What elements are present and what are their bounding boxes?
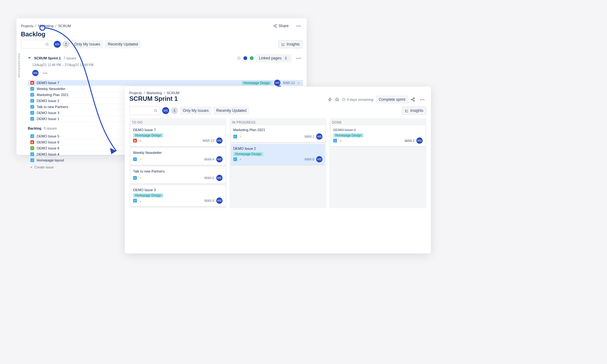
issue-title: DEMO Issue 8	[37, 146, 59, 150]
person-icon	[173, 109, 176, 112]
task-icon: ✓	[30, 158, 34, 162]
sprint-assignee[interactable]: MS	[32, 70, 39, 76]
card-title: Weekly Newsletter	[133, 151, 223, 155]
task-icon: ✓	[30, 99, 34, 103]
task-icon: ✓	[30, 87, 34, 91]
recently-updated-filter[interactable]: Recently Updated	[213, 106, 249, 115]
person-icon	[64, 42, 68, 46]
issue-title: DEMO Issue 4	[37, 152, 59, 156]
card-title: Talk to new Partners	[133, 169, 223, 173]
board-more-button[interactable]	[418, 95, 426, 104]
task-icon: ✓	[30, 134, 34, 138]
insights-button[interactable]: Insights	[402, 106, 426, 115]
avatar: MS	[316, 133, 322, 140]
crumb-scrum[interactable]: SCRUM	[58, 24, 71, 28]
epic-badge[interactable]: Homepage Design	[133, 133, 163, 137]
recently-updated-filter[interactable]: Recently Updated	[105, 40, 141, 48]
task-icon: ✓	[133, 157, 137, 161]
issue-card[interactable]: DEMO Issue 3Homepage Design✓⌄MAR-9MS	[131, 185, 225, 206]
issue-card[interactable]: Weekly Newsletter✓=MAR-4MS	[131, 148, 225, 165]
crumb-projects[interactable]: Projects	[21, 24, 34, 28]
chevron-down-icon[interactable]	[28, 57, 31, 60]
remaining-indicator: 9 days remaining	[342, 98, 373, 101]
issue-title: DEMO Issue 5	[37, 134, 59, 138]
search-input[interactable]	[129, 106, 160, 115]
avatar-unassigned[interactable]	[63, 41, 70, 48]
board-column: DONEDEMO Issue 1Homepage Design✓≈MAR-7MS	[329, 118, 426, 208]
svg-point-3	[46, 43, 48, 45]
task-icon: ✓	[30, 105, 34, 109]
task-icon: ✓	[233, 157, 237, 161]
avatar-ms[interactable]: MS	[54, 41, 61, 48]
avatar-unassigned[interactable]	[171, 107, 178, 114]
issue-title: DEMO Issue 2	[37, 99, 59, 103]
avatar-ms[interactable]: MS	[162, 107, 169, 114]
search-input[interactable]	[21, 40, 52, 49]
board-column: TO DODEMO Issue 7Homepage Design■≈MAR-13…	[129, 118, 226, 208]
crumb-projects[interactable]: Projects	[129, 91, 142, 95]
priority-icon: =	[239, 135, 242, 138]
priority-icon: ≈	[139, 139, 142, 143]
more-button[interactable]	[294, 21, 303, 30]
issue-card[interactable]: DEMO Issue 2Homepage Design✓≈MAR-8MS	[231, 144, 325, 165]
sprint-more-button[interactable]	[294, 54, 303, 63]
issue-card[interactable]: Marketing Plan 2021✓=MAR-1MS	[231, 125, 325, 142]
column-header: DONE	[329, 118, 426, 125]
epic-badge[interactable]: Homepage Design	[333, 133, 363, 137]
svg-point-8	[414, 100, 415, 101]
task-icon: ✓	[30, 152, 34, 156]
svg-point-2	[275, 27, 276, 27]
star-icon[interactable]	[335, 97, 339, 102]
issue-card[interactable]: Talk to new Partners✓=MAR-5MS	[131, 167, 225, 184]
sprint-assignee-more[interactable]	[40, 69, 49, 77]
avatar: MS	[274, 80, 280, 86]
card-title: Marketing Plan 2021	[233, 128, 323, 132]
issue-title: Homepage layout	[37, 158, 64, 162]
issue-key: MAR-9	[205, 199, 214, 203]
issue-card[interactable]: DEMO Issue 1Homepage Design✓≈MAR-7MS	[331, 125, 425, 146]
card-title: DEMO Issue 1	[333, 128, 423, 132]
card-title: DEMO Issue 7	[133, 128, 223, 132]
share-label: Share	[279, 24, 289, 28]
sprint-dates: 13/Aug/21 12:48 PM – 27/Aug/21 12:48 PM	[28, 63, 303, 67]
crumb-scrum[interactable]: SCRUM	[167, 91, 179, 95]
complete-sprint-button[interactable]: Complete sprint	[376, 95, 408, 104]
svg-point-6	[414, 98, 415, 99]
issue-card[interactable]: DEMO Issue 7Homepage Design■≈MAR-13MS	[131, 125, 225, 146]
only-my-issues-filter[interactable]: Only My Issues	[180, 106, 212, 115]
epics-tab[interactable]: EPICS	[18, 68, 21, 77]
crumb-marketing[interactable]: Marketing	[38, 24, 53, 28]
column-header: TO DO	[129, 118, 226, 125]
task-icon: ✓	[133, 176, 137, 180]
bug-icon: ■	[30, 140, 34, 144]
issue-row[interactable]: ■DEMO Issue 7Homepage DesignMSMAR-13≈	[28, 80, 303, 86]
avatar: MS	[216, 175, 223, 181]
only-my-issues-filter[interactable]: Only My Issues	[71, 40, 103, 48]
share-icon[interactable]	[411, 97, 415, 102]
avatar: MS	[216, 156, 223, 162]
priority-icon: =	[139, 176, 142, 180]
sprint-name: SCRUM Sprint 1	[34, 56, 61, 60]
epic-badge[interactable]: Homepage Design	[233, 152, 263, 156]
task-icon: ✓	[30, 111, 34, 115]
issue-key: MAR-13	[283, 81, 295, 85]
crumb-marketing[interactable]: Marketing	[147, 91, 162, 95]
insights-button[interactable]: Insights	[278, 40, 303, 48]
issue-title: Talk to new Partners	[37, 105, 68, 109]
epic-badge[interactable]: Homepage Design	[133, 193, 163, 197]
issue-title: Marketing Plan 2021	[37, 93, 69, 97]
versions-tab[interactable]: VERSIONS	[18, 53, 21, 69]
search-icon	[154, 109, 157, 112]
board-panel: Projects/ Marketing/ SCRUM SCRUM Sprint …	[125, 87, 431, 253]
card-title: DEMO Issue 3	[133, 188, 223, 192]
clock-icon	[342, 98, 346, 101]
board-column: IN PROGRESSMarketing Plan 2021✓=MAR-1MSD…	[230, 118, 327, 208]
card-title: DEMO Issue 2	[233, 147, 323, 150]
task-icon: ✓	[333, 139, 337, 143]
backlog-section-count: 5 issues	[44, 126, 57, 130]
linked-pages-button[interactable]: Linked pages 0	[256, 54, 291, 62]
epic-badge[interactable]: Homepage Design	[242, 81, 272, 85]
share-button[interactable]: Share	[270, 22, 291, 30]
task-icon: ✓	[133, 199, 137, 203]
bolt-icon[interactable]	[328, 97, 332, 102]
